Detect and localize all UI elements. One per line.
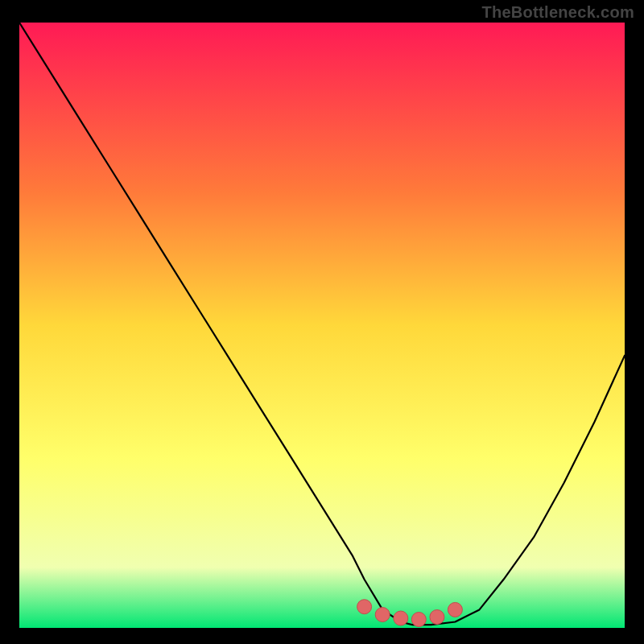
optimal-dot [448,602,462,617]
watermark-label: TheBottleneck.com [481,3,634,22]
optimal-dot [411,613,426,627]
bottleneck-plot [19,23,625,628]
plot-frame [19,23,625,628]
chart-stage: TheBottleneck.com [0,0,644,644]
optimal-dot [430,610,444,625]
optimal-dot [375,608,390,622]
optimal-dot [357,600,372,614]
optimal-dot [394,611,408,625]
